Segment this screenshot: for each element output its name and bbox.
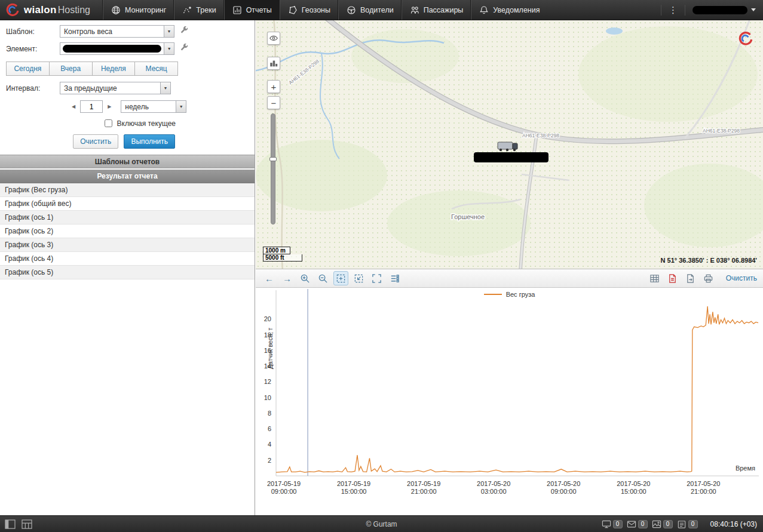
map-panel[interactable]: АН61-Е38-Р298 АН61-Е38-Р298 АН61-Е38-Р29… [256,20,763,269]
interval-unit-select[interactable]: недель ▼ [121,100,186,113]
globe-icon [111,5,121,15]
clear-button[interactable]: Очистить [73,134,118,149]
steering-wheel-icon [347,5,356,15]
panel-collapse-icon [5,519,16,529]
nav-item-geofences[interactable]: Геозоны [280,0,338,20]
pan-right-button[interactable]: → [280,271,295,285]
nav-item-passengers[interactable]: Пассажиры [402,0,471,20]
unit-truck-icon[interactable] [498,142,517,151]
export-file-button[interactable] [683,271,698,285]
scale-metric: 1000 m [263,247,290,254]
list-item[interactable]: График (ось 4) [0,252,255,266]
overflow-menu-button[interactable]: ⋮ [661,5,685,16]
monitor-counter[interactable]: 0 [602,520,623,528]
zoom-out-chart-button[interactable] [315,271,330,285]
counter-badge: 0 [663,520,673,528]
zoom-in-chart-button[interactable] [298,271,312,285]
list-item[interactable]: График (ось 1) [0,211,255,225]
unit-label-redacted [474,152,548,162]
svg-text:09:00:00: 09:00:00 [271,488,297,495]
cursor-coordinates: N 51° 36.3850' : E 038° 06.8984' [661,257,757,264]
nav-item-drivers[interactable]: Водители [338,0,402,20]
template-settings-wrench-icon[interactable] [180,26,188,36]
print-button[interactable] [701,271,716,285]
user-menu-caret-icon[interactable] [751,8,756,11]
pan-left-button[interactable]: ← [262,271,277,285]
toggle-left-panel-button[interactable] [5,519,16,529]
tab-month[interactable]: Месяц [135,61,178,76]
nav-label: Уведомления [493,6,540,14]
include-current-label: Включая текущее [117,119,176,128]
zoom-in-button[interactable]: + [267,80,280,93]
include-current-checkbox[interactable] [105,119,112,127]
export-pdf-button[interactable] [665,271,680,285]
bell-icon [479,5,489,15]
zoom-slider[interactable] [271,113,275,225]
chart-clear-button[interactable]: Очистить [726,274,757,282]
reports-icon [232,5,242,15]
counter-badge: 0 [613,520,623,528]
unit-settings-wrench-icon[interactable] [180,44,188,54]
chart-panel[interactable]: 24681012141618202017-05-1909:00:002017-0… [256,288,763,515]
toggle-bottom-panel-button[interactable] [22,519,32,529]
interval-type-select[interactable]: За предыдущие ▼ [60,82,171,94]
zoom-out-button[interactable]: − [267,96,280,109]
photo-icon [652,520,661,528]
media-counter[interactable]: 0 [652,520,673,528]
visibility-eye-button[interactable] [267,32,280,45]
list-item[interactable]: График (ось 5) [0,266,255,279]
tab-yesterday[interactable]: Вчера [50,61,93,76]
fit-chart-button[interactable] [369,271,384,285]
interval-count-input[interactable] [80,100,103,113]
chevron-down-icon: ▼ [164,26,174,37]
report-templates-section-header[interactable]: Шаблоны отчетов [0,155,255,168]
area-select-tool-button[interactable] [333,271,348,285]
svg-text:10: 10 [264,394,271,401]
list-item[interactable]: График (ось 2) [0,225,255,238]
table-view-button[interactable] [647,271,662,285]
tab-today[interactable]: Сегодня [6,61,50,76]
unit-select[interactable]: ▼ [60,42,174,55]
clipboard-icon [677,520,687,528]
envelope-icon [627,520,636,528]
wialon-logo-icon [5,3,20,17]
svg-text:Время: Время [736,465,755,472]
execute-button[interactable]: Выполнить [124,134,175,149]
list-item[interactable]: График (общий вес) [0,197,255,211]
nav-item-tracks[interactable]: Треки [174,0,223,20]
map-layers-button[interactable] [267,57,280,70]
user-name-redacted[interactable] [692,6,747,14]
legend-toggle-button[interactable] [387,271,402,285]
nav-label: Отчеты [246,6,272,14]
interval-type-value: За предыдущие [60,84,160,93]
map-canvas: АН61-Е38-Р298 АН61-Е38-Р298 АН61-Е38-Р29… [256,20,763,269]
svg-text:15:00:00: 15:00:00 [341,488,367,495]
interval-increment-icon[interactable]: ▶ [106,103,112,110]
unit-label: Элемент: [6,45,60,53]
template-select-value: Контроль веса [60,27,164,36]
eye-icon [269,33,278,43]
jobs-counter[interactable]: 0 [677,520,698,528]
nav-item-notifications[interactable]: Уведомления [471,0,547,20]
zoom-to-selection-button[interactable] [351,271,366,285]
nav-label: Геозоны [302,6,330,14]
map-provider-logo [738,31,753,49]
tab-week[interactable]: Неделя [93,61,136,76]
grid-panel-icon [22,519,32,529]
interval-decrement-icon[interactable]: ◀ [71,103,76,110]
messages-counter[interactable]: 0 [627,520,648,528]
svg-text:2017-05-20: 2017-05-20 [547,480,580,487]
list-item[interactable]: График (ось 3) [0,238,255,252]
nav-item-reports[interactable]: Отчеты [224,0,280,20]
report-result-section-header[interactable]: Результат отчета [0,170,255,183]
nav-label: Треки [196,6,216,14]
list-item[interactable]: График (Вес груза) [0,183,255,197]
template-select[interactable]: Контроль веса ▼ [60,25,174,38]
zoom-slider-handle[interactable] [269,157,277,161]
chevron-down-icon: ▼ [164,43,174,54]
nav-item-monitoring[interactable]: Мониторинг [103,0,174,20]
svg-text:6: 6 [268,425,271,432]
chevron-down-icon: ▼ [160,82,170,94]
legend-list-icon [390,273,400,284]
svg-text:15:00:00: 15:00:00 [621,488,646,495]
